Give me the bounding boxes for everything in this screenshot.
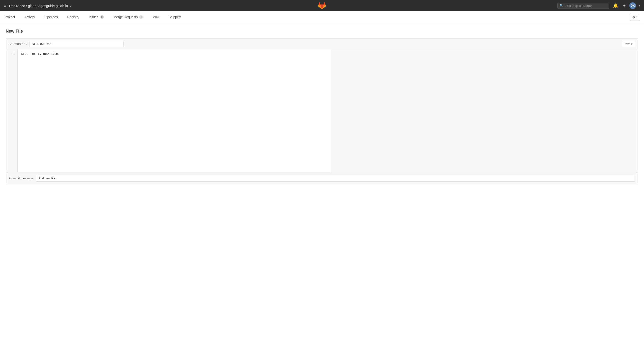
subnav-right: ⚙ ▾ <box>630 14 644 21</box>
line-numbers: 1 <box>6 49 18 172</box>
gitlab-logo[interactable] <box>318 1 326 10</box>
navbar: ≡ Dhruv Kar / gitlabpagesguide.gitlab.io… <box>0 0 644 11</box>
commit-section: Commit message <box>6 172 638 184</box>
gear-dropdown-arrow: ▾ <box>636 16 638 19</box>
type-dropdown-arrow: ▾ <box>631 42 633 46</box>
settings-button[interactable]: ⚙ ▾ <box>630 14 640 21</box>
branch-icon: ⎇ <box>9 42 12 46</box>
search-input[interactable] <box>565 4 607 8</box>
editor-container: ⎇ master / text ▾ 1 Code for my new site… <box>6 39 638 172</box>
breadcrumb: Dhruv Kar / gitlabpagesguide.gitlab.io ▾ <box>9 4 72 8</box>
hamburger-icon[interactable]: ≡ <box>4 4 6 8</box>
commit-label: Commit message <box>9 176 33 180</box>
subnav-item-merge-requests[interactable]: Merge Requests 0 <box>109 11 148 23</box>
editor-body: 1 Code for my new site. <box>6 49 638 172</box>
gear-icon: ⚙ <box>632 15 635 19</box>
branch-name: master <box>14 42 24 46</box>
subnav: Project Activity Pipelines Registry Issu… <box>0 11 644 23</box>
main-content: New File ⎇ master / text ▾ 1 Code for my… <box>0 23 644 184</box>
subnav-item-activity[interactable]: Activity <box>20 11 40 23</box>
navbar-right: 🔍 🔔 + DK ▾ <box>557 2 640 9</box>
filename-input[interactable] <box>29 41 124 47</box>
editor-header: ⎇ master / text ▾ <box>6 39 638 49</box>
issues-badge: 0 <box>100 15 104 19</box>
subnav-item-pipelines[interactable]: Pipelines <box>40 11 62 23</box>
subnav-item-wiki[interactable]: Wiki <box>148 11 164 23</box>
avatar[interactable]: DK <box>629 2 636 9</box>
type-dropdown[interactable]: text ▾ <box>622 41 635 47</box>
search-box[interactable]: 🔍 <box>557 3 609 9</box>
notifications-button[interactable]: 🔔 <box>612 2 619 9</box>
navbar-center <box>318 1 326 11</box>
merge-requests-badge: 0 <box>139 15 143 19</box>
page-title: New File <box>6 29 638 34</box>
subnav-item-project[interactable]: Project <box>0 11 20 23</box>
search-icon: 🔍 <box>560 4 564 8</box>
commit-message-input[interactable] <box>36 175 635 182</box>
line-number: 1 <box>9 52 15 57</box>
preview-area <box>331 49 638 172</box>
navbar-left: ≡ Dhruv Kar / gitlabpagesguide.gitlab.io… <box>4 4 557 8</box>
breadcrumb-user[interactable]: Dhruv Kar <box>9 4 25 8</box>
path-separator: / <box>26 42 28 46</box>
new-item-button[interactable]: + <box>622 2 626 9</box>
type-label: text <box>625 42 630 46</box>
subnav-item-snippets[interactable]: Snippets <box>164 11 186 23</box>
subnav-item-registry[interactable]: Registry <box>62 11 84 23</box>
breadcrumb-repo[interactable]: gitlabpagesguide.gitlab.io <box>28 4 68 8</box>
subnav-item-issues[interactable]: Issues 0 <box>84 11 109 23</box>
code-editor[interactable]: Code for my new site. <box>18 49 331 172</box>
breadcrumb-separator: / <box>26 4 28 8</box>
avatar-dropdown-icon[interactable]: ▾ <box>639 4 640 7</box>
breadcrumb-dropdown-icon[interactable]: ▾ <box>70 5 71 8</box>
